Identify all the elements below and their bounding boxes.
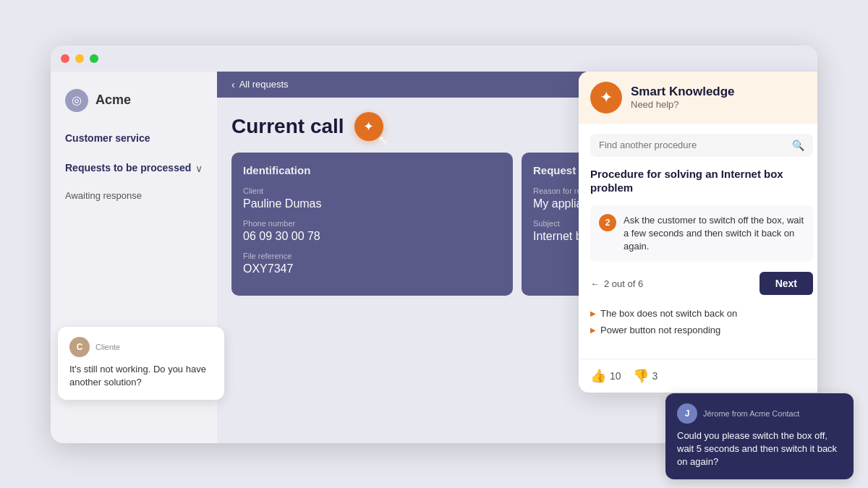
client-bubble-text: It's still not working. Do you have anot…	[69, 363, 213, 389]
dot-yellow[interactable]	[75, 54, 84, 63]
sidebar-logo: ◎ Acme	[65, 89, 203, 112]
smart-panel-body: 🔍 Procedure for solving an Internet box …	[579, 124, 817, 359]
issue-arrow-icon-1: ▶	[590, 309, 596, 317]
thumbs-up-count: 10	[610, 370, 621, 382]
phone-value: 06 09 30 00 78	[243, 230, 501, 243]
sidebar-section-title: Customer service	[65, 132, 203, 144]
client-avatar: C	[69, 337, 90, 357]
agent-chat-bubble: J Jérome from Acme Contact Could you ple…	[665, 393, 854, 479]
agent-avatar: J	[677, 403, 697, 424]
phone-field: Phone number 06 09 30 00 78	[243, 219, 501, 243]
thumbs-up-icon: 👍	[590, 368, 606, 384]
back-label: All requests	[239, 79, 289, 90]
search-input[interactable]	[599, 140, 792, 150]
issue-item-2[interactable]: ▶ Power button not responding	[590, 322, 813, 338]
issue-label-1: The box does not switch back on	[600, 308, 737, 319]
agent-sender-name: Jérome from Acme Contact	[703, 409, 799, 418]
dot-green[interactable]	[90, 54, 98, 63]
client-field: Client Pauline Dumas	[243, 187, 501, 210]
cursor-icon: ↖	[378, 133, 388, 147]
smart-knowledge-panel: ✦ Smart Knowledge Need help? 🔍	[579, 72, 817, 393]
window-titlebar	[51, 46, 817, 72]
step-card: 2 Ask the customer to switch off the box…	[590, 205, 813, 262]
phone-label: Phone number	[243, 219, 501, 228]
smart-panel-subtitle: Need help?	[631, 99, 735, 110]
smart-knowledge-button[interactable]: ✦ ↖	[354, 112, 383, 141]
issue-list: ▶ The box does not switch back on ▶ Powe…	[590, 305, 813, 338]
thumbs-down-count: 3	[652, 370, 658, 382]
next-button[interactable]: Next	[760, 272, 813, 295]
main-content: ‹ All requests Current call ✦ ↖	[217, 72, 817, 443]
sidebar-item-awaiting[interactable]: Awaiting response	[65, 180, 203, 207]
call-title: Current call	[231, 115, 344, 138]
issue-label-2: Power button not responding	[600, 325, 720, 335]
back-arrow-icon: ‹	[231, 79, 235, 90]
sidebar-item-requests[interactable]: Requests to be processed ∨	[65, 155, 203, 180]
sidebar-item-requests-label: Requests to be processed	[65, 161, 191, 174]
search-row[interactable]: 🔍	[590, 134, 813, 157]
issue-arrow-icon-2: ▶	[590, 326, 596, 334]
client-label: Client	[243, 187, 501, 195]
client-bubble-header: C Cliente	[69, 337, 213, 357]
file-value: OXY7347	[243, 262, 501, 275]
back-step-icon[interactable]: ←	[590, 278, 600, 289]
thumbs-down-item[interactable]: 👎 3	[633, 368, 658, 384]
step-text: Ask the customer to switch off the box, …	[624, 214, 804, 254]
thumbs-up-item[interactable]: 👍 10	[590, 368, 621, 384]
logo-icon: ◎	[65, 89, 88, 112]
search-icon: 🔍	[792, 140, 804, 151]
client-chat-bubble: C Cliente It's still not working. Do you…	[58, 327, 224, 399]
identification-card: Identification Client Pauline Dumas Phon…	[231, 153, 513, 296]
file-field: File reference OXY7347	[243, 252, 501, 275]
step-number: 2	[599, 214, 616, 231]
issue-item-1[interactable]: ▶ The box does not switch back on	[590, 305, 813, 322]
chevron-down-icon: ∨	[195, 163, 203, 174]
smart-icon-large: ✦	[590, 82, 622, 114]
logo-text: Acme	[95, 93, 131, 108]
rating-row: 👍 10 👎 3	[579, 359, 817, 393]
client-value: Pauline Dumas	[243, 197, 501, 210]
client-sender-name: Cliente	[95, 343, 120, 351]
file-label: File reference	[243, 252, 501, 260]
identification-card-header: Identification	[243, 164, 501, 176]
progress-text: 2 out of 6	[604, 278, 643, 289]
sidebar-item-awaiting-label: Awaiting response	[65, 186, 142, 201]
dot-red[interactable]	[61, 54, 69, 63]
thumbs-down-icon: 👎	[633, 368, 649, 384]
agent-bubble-text: Could you please switch the box off, wai…	[677, 429, 842, 469]
procedure-title: Procedure for solving an Internet box pr…	[590, 167, 813, 195]
smart-panel-header: ✦ Smart Knowledge Need help?	[579, 72, 817, 124]
agent-bubble-header: J Jérome from Acme Contact	[677, 403, 842, 424]
nav-progress: ← 2 out of 6	[590, 278, 643, 289]
nav-row: ← 2 out of 6 Next	[590, 272, 813, 295]
smart-panel-title: Smart Knowledge	[631, 85, 735, 99]
back-button[interactable]: ‹ All requests	[231, 79, 289, 90]
